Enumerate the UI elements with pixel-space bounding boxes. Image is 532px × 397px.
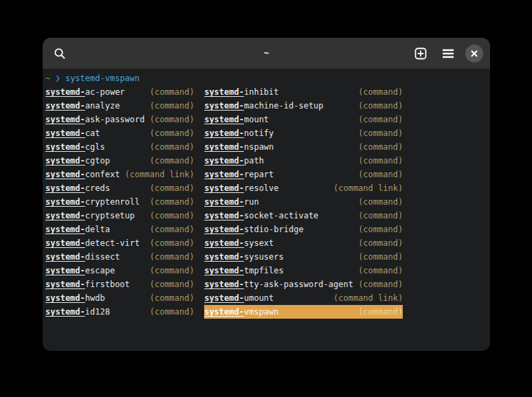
completion-list: systemd-ac-power(command)systemd-inhibit… (45, 85, 487, 319)
completion-item: systemd-sysext(command) (204, 236, 403, 250)
completion-row: systemd-dissect(command)systemd-sysusers… (45, 250, 487, 264)
completion-row: systemd-confext(command link)systemd-rep… (45, 168, 487, 181)
prompt-line: ~ ❯ systemd-vmspawn (45, 71, 487, 85)
completion-item: systemd-firstboot(command) (45, 277, 195, 291)
completion-item: systemd-cgtop(command) (45, 154, 195, 168)
menu-button[interactable] (438, 43, 458, 64)
completion-row: systemd-analyze(command)systemd-machine-… (45, 99, 487, 113)
completion-row: systemd-detect-virt(command)systemd-syse… (45, 236, 487, 250)
completion-item: systemd-socket-activate(command) (204, 209, 403, 223)
completion-item: systemd-escape(command) (45, 264, 195, 277)
prompt-cwd: ~ (45, 71, 50, 85)
terminal-titlebar[interactable]: ~ (43, 38, 490, 69)
completion-row: systemd-ac-power(command)systemd-inhibit… (45, 85, 487, 99)
completion-row: systemd-delta(command)systemd-stdio-brid… (45, 223, 487, 236)
search-icon (54, 47, 66, 60)
completion-item: systemd-sysusers(command) (204, 250, 403, 264)
prompt-chevron: ❯ (55, 71, 60, 85)
completion-item: systemd-id128(command) (45, 305, 195, 319)
menu-icon (442, 49, 454, 58)
terminal-screen[interactable]: ~ ❯ systemd-vmspawn systemd-ac-power(com… (43, 69, 490, 319)
completion-row: systemd-creds(command)systemd-resolve(co… (45, 181, 487, 195)
completion-item: systemd-cryptsetup(command) (45, 209, 195, 223)
completion-item: systemd-ask-password(command) (45, 113, 195, 126)
completion-item: systemd-cat(command) (45, 126, 195, 140)
completion-row: systemd-escape(command)systemd-tmpfiles(… (45, 264, 487, 277)
terminal-window: ~ (43, 38, 490, 351)
completion-item: systemd-run(command) (204, 195, 403, 209)
search-button[interactable] (49, 43, 70, 64)
completion-item: systemd-umount(command link) (204, 291, 403, 305)
completion-item: systemd-tmpfiles(command) (204, 264, 403, 277)
desktop-background: { "window": { "title": "~" }, "titlebar"… (0, 0, 532, 397)
completion-row: systemd-cgls(command)systemd-nspawn(comm… (45, 140, 487, 154)
completion-item-selected: systemd-vmspawn(command) (204, 305, 403, 319)
completion-item: systemd-analyze(command) (45, 99, 195, 113)
completion-item: systemd-path(command) (204, 154, 403, 168)
completion-row: systemd-cat(command)systemd-notify(comma… (45, 126, 487, 140)
completion-row: systemd-cryptenroll(command)systemd-run(… (45, 195, 487, 209)
new-tab-button[interactable] (410, 43, 431, 64)
completion-item: systemd-repart(command) (204, 168, 403, 181)
completion-item: systemd-creds(command) (45, 181, 195, 195)
completion-item: systemd-ac-power(command) (45, 85, 195, 99)
completion-item: systemd-cryptenroll(command) (45, 195, 195, 209)
completion-item: systemd-stdio-bridge(command) (204, 223, 403, 236)
completion-item: systemd-inhibit(command) (204, 85, 403, 99)
completion-item: systemd-resolve(command link) (204, 181, 403, 195)
completion-row: systemd-cgtop(command)systemd-path(comma… (45, 154, 487, 168)
completion-item: systemd-notify(command) (204, 126, 403, 140)
close-button[interactable] (465, 45, 483, 63)
completion-item: systemd-dissect(command) (45, 250, 195, 264)
completion-row: systemd-cryptsetup(command)systemd-socke… (45, 209, 487, 223)
completion-row: systemd-hwdb(command)systemd-umount(comm… (45, 291, 487, 305)
titlebar-actions (410, 43, 483, 64)
completion-row: systemd-firstboot(command)systemd-tty-as… (45, 277, 487, 291)
completion-item: systemd-hwdb(command) (45, 291, 195, 305)
completion-item: systemd-delta(command) (45, 223, 195, 236)
completion-item: systemd-confext(command link) (45, 168, 195, 181)
completion-item: systemd-detect-virt(command) (45, 236, 195, 250)
completion-item: systemd-nspawn(command) (204, 140, 403, 154)
new-tab-icon (414, 47, 427, 60)
completion-item: systemd-cgls(command) (45, 140, 195, 154)
completion-row: systemd-id128(command)systemd-vmspawn(co… (45, 305, 487, 319)
completion-item: systemd-mount(command) (204, 113, 403, 126)
completion-item: systemd-tty-ask-password-agent(command) (204, 277, 403, 291)
completion-item: systemd-machine-id-setup(command) (204, 99, 403, 113)
typed-command: systemd-vmspawn (65, 71, 140, 85)
completion-row: systemd-ask-password(command)systemd-mou… (45, 113, 487, 126)
close-icon (470, 49, 478, 58)
